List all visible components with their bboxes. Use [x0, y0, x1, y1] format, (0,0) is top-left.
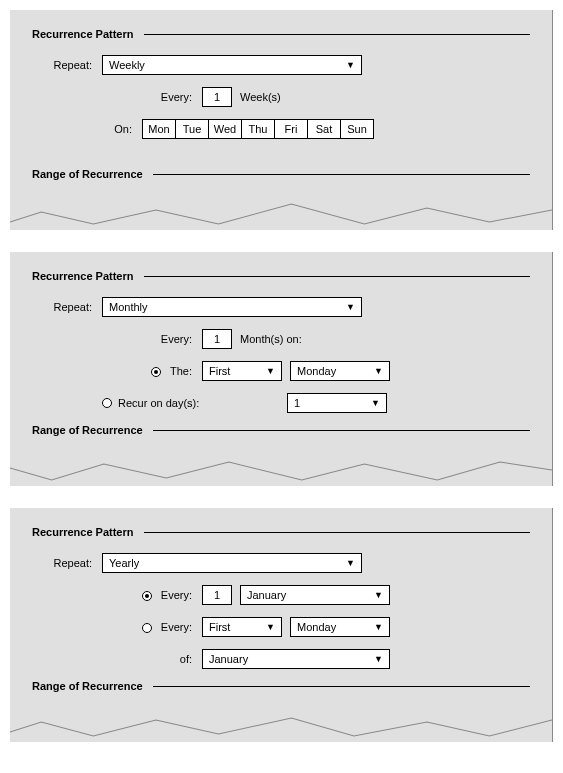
opt1-month-value: January — [247, 589, 286, 601]
range-title-text: Range of Recurrence — [32, 168, 143, 180]
chevron-down-icon: ▼ — [374, 366, 383, 376]
every-label: Every: — [102, 333, 202, 345]
section-title-range: Range of Recurrence — [32, 168, 530, 180]
radio-every-ordinal[interactable] — [142, 623, 152, 633]
repeat-select[interactable]: Monthly ▼ — [102, 297, 362, 317]
chevron-down-icon: ▼ — [346, 302, 355, 312]
chevron-down-icon: ▼ — [374, 622, 383, 632]
weekday-value: Monday — [297, 365, 336, 377]
range-title-text: Range of Recurrence — [32, 424, 143, 436]
day-btn-thu[interactable]: Thu — [241, 119, 275, 139]
divider — [153, 174, 530, 175]
opt2-weekday-value: Monday — [297, 621, 336, 633]
every-input[interactable]: 1 — [202, 329, 232, 349]
yearly-opt2[interactable]: Every: — [102, 621, 202, 633]
day-btn-sun[interactable]: Sun — [340, 119, 374, 139]
chevron-down-icon: ▼ — [374, 654, 383, 664]
yearly-opt1[interactable]: Every: — [102, 589, 202, 601]
recur-label: Recur on day(s): — [118, 397, 199, 409]
the-option[interactable]: The: — [102, 365, 202, 377]
repeat-label: Repeat: — [32, 59, 102, 71]
opt1-month-select[interactable]: January ▼ — [240, 585, 390, 605]
opt2-label: Every: — [161, 621, 192, 633]
radio-every-date[interactable] — [142, 591, 152, 601]
of-month-select[interactable]: January ▼ — [202, 649, 390, 669]
pattern-title-text: Recurrence Pattern — [32, 526, 134, 538]
tearoff-edge — [10, 194, 552, 230]
section-title-pattern: Recurrence Pattern — [32, 526, 530, 538]
panel-weekly: Recurrence Pattern Repeat: Weekly ▼ Ever… — [10, 10, 553, 230]
day-btn-fri[interactable]: Fri — [274, 119, 308, 139]
opt2-ordinal-select[interactable]: First ▼ — [202, 617, 282, 637]
section-title-pattern: Recurrence Pattern — [32, 270, 530, 282]
weekday-select[interactable]: Monday ▼ — [290, 361, 390, 381]
opt2-weekday-select[interactable]: Monday ▼ — [290, 617, 390, 637]
repeat-select[interactable]: Weekly ▼ — [102, 55, 362, 75]
every-input[interactable]: 1 — [202, 87, 232, 107]
chevron-down-icon: ▼ — [346, 558, 355, 568]
ordinal-select[interactable]: First ▼ — [202, 361, 282, 381]
every-unit: Month(s) on: — [240, 333, 302, 345]
recur-option[interactable]: Recur on day(s): — [102, 397, 287, 409]
on-label: On: — [102, 123, 142, 135]
divider — [144, 34, 531, 35]
recur-value: 1 — [294, 397, 300, 409]
panel-monthly: Recurrence Pattern Repeat: Monthly ▼ Eve… — [10, 252, 553, 486]
divider — [153, 430, 530, 431]
section-title-range: Range of Recurrence — [32, 680, 530, 692]
section-title-pattern: Recurrence Pattern — [32, 28, 530, 40]
every-label: Every: — [102, 91, 202, 103]
of-month-value: January — [209, 653, 248, 665]
recur-day-select[interactable]: 1 ▼ — [287, 393, 387, 413]
repeat-value: Yearly — [109, 557, 139, 569]
day-btn-tue[interactable]: Tue — [175, 119, 209, 139]
day-btn-wed[interactable]: Wed — [208, 119, 242, 139]
range-title-text: Range of Recurrence — [32, 680, 143, 692]
panel-yearly: Recurrence Pattern Repeat: Yearly ▼ Ever… — [10, 508, 553, 742]
radio-the[interactable] — [151, 367, 161, 377]
ordinal-value: First — [209, 365, 230, 377]
divider — [153, 686, 530, 687]
repeat-select[interactable]: Yearly ▼ — [102, 553, 362, 573]
tearoff-edge — [10, 706, 552, 742]
chevron-down-icon: ▼ — [374, 590, 383, 600]
chevron-down-icon: ▼ — [371, 398, 380, 408]
opt2-ordinal-value: First — [209, 621, 230, 633]
pattern-title-text: Recurrence Pattern — [32, 28, 134, 40]
the-label: The: — [170, 365, 192, 377]
of-label: of: — [102, 653, 202, 665]
chevron-down-icon: ▼ — [266, 366, 275, 376]
day-btn-sat[interactable]: Sat — [307, 119, 341, 139]
repeat-label: Repeat: — [32, 301, 102, 313]
divider — [144, 276, 531, 277]
radio-recur[interactable] — [102, 398, 112, 408]
divider — [144, 532, 531, 533]
tearoff-edge — [10, 450, 552, 486]
repeat-value: Monthly — [109, 301, 148, 313]
pattern-title-text: Recurrence Pattern — [32, 270, 134, 282]
chevron-down-icon: ▼ — [266, 622, 275, 632]
repeat-value: Weekly — [109, 59, 145, 71]
every-unit: Week(s) — [240, 91, 281, 103]
opt1-label: Every: — [161, 589, 192, 601]
day-buttons: Mon Tue Wed Thu Fri Sat Sun — [142, 119, 374, 139]
repeat-label: Repeat: — [32, 557, 102, 569]
section-title-range: Range of Recurrence — [32, 424, 530, 436]
chevron-down-icon: ▼ — [346, 60, 355, 70]
day-btn-mon[interactable]: Mon — [142, 119, 176, 139]
opt1-day-input[interactable]: 1 — [202, 585, 232, 605]
